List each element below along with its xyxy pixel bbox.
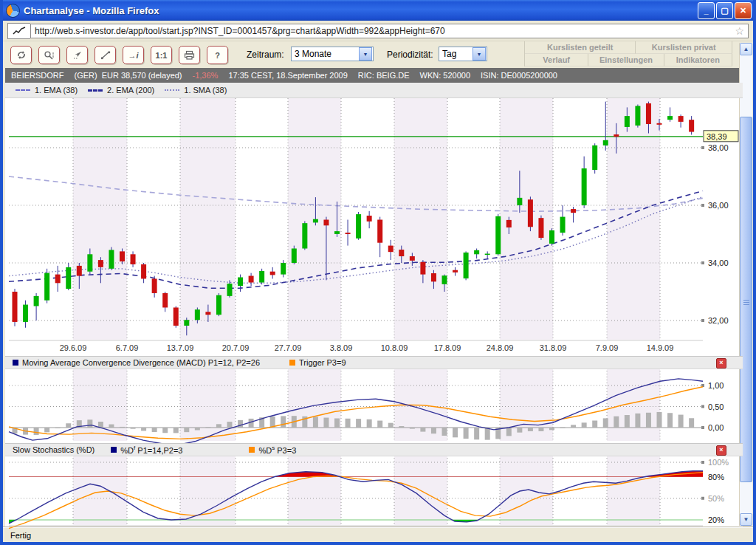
indikatoren-button[interactable]: Indikatoren bbox=[664, 54, 732, 66]
overlay-legend: 1. EMA (38) 2. EMA (200) 1. SMA (38) bbox=[5, 83, 743, 98]
stoch-close-icon[interactable]: × bbox=[716, 445, 726, 456]
legend-ema200: 2. EMA (200) bbox=[107, 86, 154, 95]
help-glyph: ? bbox=[215, 51, 220, 60]
nav-button-grid: Kurslisten geteilt Kurslisten privat Ver… bbox=[524, 41, 732, 68]
instrument-name: BEIERSDORF bbox=[11, 71, 64, 80]
refresh-button[interactable] bbox=[10, 46, 32, 64]
status-text: Fertig bbox=[10, 531, 31, 540]
verlauf-button[interactable]: Verlauf bbox=[525, 54, 588, 66]
url-input[interactable] bbox=[30, 24, 749, 38]
print-button[interactable] bbox=[179, 46, 200, 64]
minimize-button[interactable]: _ bbox=[698, 2, 715, 19]
stoch-fast-label: %Df P1=14,P2=3 bbox=[120, 445, 182, 455]
printer-icon bbox=[184, 50, 195, 60]
periodizitaet-select[interactable]: Tag ▼ bbox=[439, 47, 487, 61]
info-arrow-glyph: →i bbox=[128, 51, 138, 60]
close-button[interactable]: ✕ bbox=[735, 2, 752, 19]
instrument-ric: RIC: BEIG.DE bbox=[358, 71, 410, 80]
macd-trigger-label: Trigger P3=9 bbox=[299, 358, 346, 367]
trendline-tool-button[interactable] bbox=[94, 46, 116, 64]
help-button[interactable]: ? bbox=[207, 46, 228, 64]
cursor-arrow-icon bbox=[72, 50, 83, 60]
sma38-swatch bbox=[165, 89, 179, 91]
price-change: -1,36% bbox=[193, 71, 219, 80]
ema200-swatch bbox=[88, 89, 103, 92]
trigger-series-swatch bbox=[289, 360, 295, 366]
site-favicon-chart-icon bbox=[7, 23, 30, 39]
browser-window: Chartanalyse - Mozilla Firefox _ ▢ ✕ ☆ →… bbox=[0, 0, 756, 545]
thumb-grip bbox=[743, 300, 749, 306]
scroll-down-icon[interactable]: ▼ bbox=[740, 513, 752, 526]
quote-timestamp: 17:35 CEST, 18.September 2009 bbox=[228, 71, 347, 80]
stoch-slow-label: %Ds P3=3 bbox=[258, 445, 296, 455]
kurslisten-privat-button[interactable]: Kurslisten privat bbox=[636, 41, 732, 54]
periodizitaet-value: Tag bbox=[439, 49, 472, 59]
chart-toolbar: →i 1:1 ? Zeitraum: 3 Monate ▼ Periodizit… bbox=[3, 41, 753, 68]
bookmark-star-icon[interactable]: ☆ bbox=[735, 25, 744, 37]
instrument-price: EUR 38,570 (delayed) bbox=[102, 71, 182, 80]
stoch-fast-swatch bbox=[111, 447, 117, 453]
stoch-panel-header: Slow Stochastics (%D) %Df P1=14,P2=3 %Ds… bbox=[5, 443, 743, 456]
scrollbar-thumb[interactable] bbox=[740, 117, 752, 482]
legend-ema38: 1. EMA (38) bbox=[35, 86, 78, 95]
magnifier-icon bbox=[44, 50, 55, 60]
zeitraum-label: Zeitraum: bbox=[247, 49, 284, 60]
stoch-title: Slow Stochastics (%D) bbox=[13, 445, 94, 454]
einstellungen-button[interactable]: Einstellungen bbox=[588, 54, 664, 66]
pointer-tool-button[interactable] bbox=[66, 46, 88, 64]
chevron-down-icon[interactable]: ▼ bbox=[359, 47, 372, 61]
window-title: Chartanalyse - Mozilla Firefox bbox=[24, 5, 696, 16]
url-bar: ☆ bbox=[3, 21, 753, 41]
refresh-icon bbox=[16, 50, 27, 60]
instrument-exchange: (GER) bbox=[75, 71, 97, 80]
scroll-up-icon[interactable]: ▲ bbox=[740, 43, 752, 55]
trendline-icon bbox=[100, 50, 111, 60]
chevron-down-icon[interactable]: ▼ bbox=[472, 47, 486, 61]
maximize-button[interactable]: ▢ bbox=[716, 2, 733, 19]
zeitraum-select[interactable]: 3 Monate ▼ bbox=[291, 47, 374, 61]
zeitraum-value: 3 Monate bbox=[292, 49, 358, 59]
info-tool-button[interactable]: →i bbox=[123, 46, 144, 64]
status-bar: Fertig bbox=[0, 527, 756, 545]
macd-title: Moving Average Convergence Divergence (M… bbox=[22, 358, 260, 367]
stoch-slow-swatch bbox=[249, 447, 255, 453]
kurslisten-geteilt-button[interactable]: Kurslisten geteilt bbox=[525, 41, 636, 54]
ema38-swatch bbox=[16, 89, 30, 91]
legend-sma38: 1. SMA (38) bbox=[184, 86, 227, 95]
instrument-isin: ISIN: DE0005200000 bbox=[481, 71, 557, 80]
scale-1-1-button[interactable]: 1:1 bbox=[151, 46, 172, 64]
chart-area bbox=[5, 83, 743, 527]
macd-close-icon[interactable]: × bbox=[716, 358, 726, 369]
title-bar: Chartanalyse - Mozilla Firefox _ ▢ ✕ bbox=[0, 0, 756, 21]
macd-series-swatch bbox=[13, 360, 18, 366]
instrument-wkn: WKN: 520000 bbox=[420, 71, 470, 80]
firefox-icon bbox=[6, 4, 20, 18]
one-to-one-glyph: 1:1 bbox=[156, 51, 168, 60]
zoom-tool-button[interactable] bbox=[38, 46, 60, 64]
periodizitaet-label: Periodizität: bbox=[387, 49, 433, 60]
macd-panel-header: Moving Average Convergence Divergence (M… bbox=[5, 356, 743, 369]
quote-info-bar: BEIERSDORF (GER) EUR 38,570 (delayed) -1… bbox=[5, 68, 743, 83]
